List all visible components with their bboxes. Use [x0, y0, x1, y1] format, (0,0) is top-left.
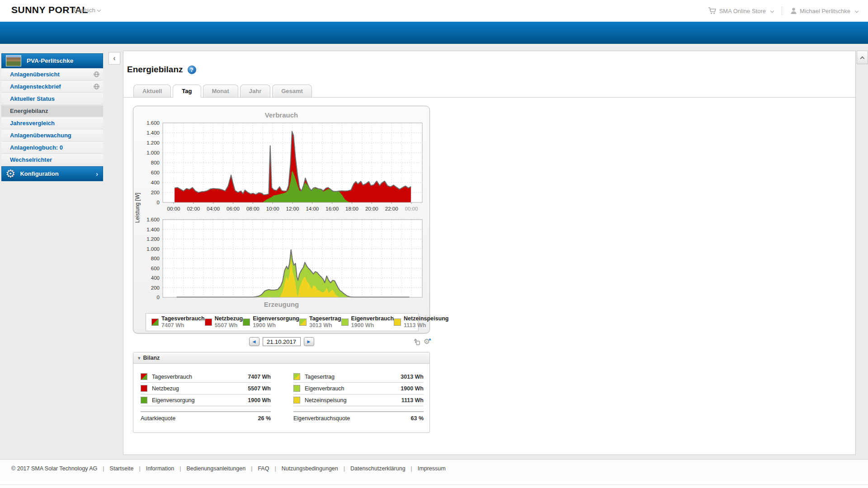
sidebar-item-label: Anlagenlogbuch: 0 — [10, 144, 63, 151]
sidebar: PVA-Perlitschke Anlagenübersicht Anlagen… — [1, 53, 103, 181]
bilanz-row: Tagesertrag3013 Wh — [293, 371, 424, 383]
tab-tag[interactable]: Tag — [173, 84, 201, 98]
sidebar-item-anlagensteckbrief[interactable]: Anlagensteckbrief — [1, 81, 103, 93]
sidebar-item-anlagenueberwachung[interactable]: Anlagenüberwachung — [1, 130, 103, 141]
collapse-triangle-icon: ▾ — [138, 355, 141, 361]
svg-text:00:00: 00:00 — [405, 206, 418, 211]
page-title-text: Energiebilanz — [127, 65, 183, 75]
tab-aktuell[interactable]: Aktuell — [133, 84, 171, 97]
bilanz-header[interactable]: ▾ Bilanz — [133, 352, 429, 364]
svg-text:04:00: 04:00 — [207, 206, 220, 211]
language-selector[interactable]: Deutsch — [74, 7, 100, 14]
globe-icon — [94, 84, 99, 89]
svg-text:02:00: 02:00 — [187, 206, 200, 211]
chart-title-erzeugung: Erzeugung — [133, 300, 429, 308]
legend-item: Tagesverbrauch7407 Wh — [151, 315, 205, 329]
bilanz-quote-row: Eigenverbrauchsquote63 % — [293, 411, 424, 423]
footer-link-nutzungsbedingungen[interactable]: Nutzungsbedingungen — [282, 465, 338, 472]
svg-text:1.200: 1.200 — [146, 140, 160, 145]
next-day-button[interactable]: ▶ — [304, 337, 314, 346]
online-store-link[interactable]: SMA Online Store — [708, 7, 774, 14]
sidebar-item-anlagenlogbuch[interactable]: Anlagenlogbuch: 0 — [1, 142, 103, 154]
bilanz-swatch — [141, 385, 147, 392]
bilanz-swatch — [293, 373, 300, 380]
sidebar-item-energiebilanz[interactable]: Energiebilanz — [1, 105, 103, 117]
user-name-label: Michael Perlitschke — [800, 8, 850, 14]
chevron-down-icon — [97, 8, 100, 12]
energy-chart-panel: Verbrauch 02004006008001.0001.2001.4001.… — [133, 106, 430, 333]
globe-icon — [94, 71, 99, 77]
sidebar-item-jahresvergleich[interactable]: Jahresvergleich — [1, 117, 103, 129]
bilanz-row: Netzbezug5507 Wh — [141, 383, 271, 394]
sidebar-item-wechselrichter[interactable]: Wechselrichter — [1, 154, 103, 166]
user-icon — [790, 7, 797, 14]
copyright-text: © 2017 SMA Solar Technology AG — [11, 465, 97, 472]
footer-link-information[interactable]: Information — [146, 465, 175, 472]
sunny-portal-page: SUNNY PORTAL Deutsch SMA Online Store Mi… — [0, 0, 868, 488]
footer-link-impressum[interactable]: Impressum — [418, 465, 446, 472]
legend-item: Tagesertrag3013 Wh — [299, 315, 341, 329]
scroll-top-button[interactable] — [857, 51, 868, 64]
erzeugung-chart: 02004006008001.0001.2001.4001.600 — [133, 216, 430, 303]
bilanz-row: Netzeinspeisung1113 Wh — [293, 394, 424, 406]
svg-text:400: 400 — [151, 275, 160, 281]
footer-link-datenschutzerklaerung[interactable]: Datenschutzerklärung — [350, 465, 406, 472]
footer: © 2017 SMA Solar Technology AG| Startsei… — [0, 459, 868, 485]
svg-text:1.000: 1.000 — [146, 246, 160, 252]
language-label: Deutsch — [74, 7, 95, 14]
top-bar: SUNNY PORTAL Deutsch SMA Online Store Mi… — [0, 0, 868, 22]
online-store-label: SMA Online Store — [719, 8, 766, 14]
sidebar-item-anlagenuebersicht[interactable]: Anlagenübersicht — [1, 69, 103, 80]
prev-day-button[interactable]: ◀ — [249, 337, 259, 346]
tab-monat[interactable]: Monat — [203, 84, 238, 97]
tab-gesamt[interactable]: Gesamt — [272, 84, 312, 97]
svg-text:200: 200 — [151, 190, 160, 195]
export-icon[interactable] — [412, 338, 420, 346]
svg-text:14:00: 14:00 — [306, 206, 319, 211]
tab-jahr[interactable]: Jahr — [240, 84, 270, 97]
legend-swatch — [205, 319, 212, 326]
verbrauch-chart: 02004006008001.0001.2001.4001.60000:0002… — [133, 120, 430, 225]
legend-item: Eigenverbrauch1900 Wh — [341, 315, 394, 329]
svg-text:1.400: 1.400 — [146, 227, 160, 232]
date-input[interactable] — [263, 337, 301, 346]
footer-link-bedienungsanleitungen[interactable]: Bedienungsanleitungen — [186, 465, 245, 472]
date-navigation: ◀ ▶ ⚙▲ — [133, 337, 430, 348]
separator — [782, 7, 782, 15]
svg-text:18:00: 18:00 — [345, 206, 359, 211]
bilanz-body: Tagesverbrauch7407 Wh Netzbezug5507 Wh E… — [133, 364, 429, 423]
footer-link-faq[interactable]: FAQ — [258, 465, 269, 472]
legend-item: Netzeinspeisung1113 Wh — [394, 315, 448, 329]
svg-text:1.000: 1.000 — [146, 150, 160, 155]
page-title: Energiebilanz ? — [127, 65, 196, 75]
sidebar-item-aktueller-status[interactable]: Aktueller Status — [1, 93, 103, 105]
sidebar-item-label: Anlagenübersicht — [10, 71, 60, 78]
sidebar-item-label: Aktueller Status — [10, 95, 55, 102]
legend-swatch — [341, 319, 349, 326]
svg-text:22:00: 22:00 — [385, 206, 398, 211]
bilanz-row: Tagesverbrauch7407 Wh — [141, 371, 271, 383]
svg-text:400: 400 — [151, 180, 160, 185]
sidebar-item-konfiguration[interactable]: ⚙ Konfiguration › — [1, 166, 103, 181]
bilanz-title: Bilanz — [143, 355, 160, 361]
blue-banner — [0, 22, 868, 44]
svg-text:12:00: 12:00 — [286, 206, 299, 211]
bilanz-swatch — [293, 397, 300, 404]
sidebar-collapse-button[interactable]: ‹ — [108, 52, 120, 65]
svg-text:200: 200 — [151, 285, 160, 291]
bilanz-swatch — [141, 397, 147, 404]
chart-settings-icon[interactable]: ⚙▲ — [424, 338, 430, 346]
footer-link-startseite[interactable]: Startseite — [110, 465, 134, 472]
svg-text:1.600: 1.600 — [146, 120, 160, 126]
chevron-up-icon — [860, 56, 865, 61]
help-icon[interactable]: ? — [188, 66, 196, 74]
dropdown-triangle-icon: ▲ — [428, 335, 432, 343]
sidebar-item-label: Energiebilanz — [10, 108, 48, 114]
bilanz-quote-row: Autarkiequote26 % — [141, 411, 271, 423]
user-menu[interactable]: Michael Perlitschke — [790, 7, 858, 14]
chevron-down-icon — [770, 9, 774, 13]
svg-text:1.400: 1.400 — [146, 130, 160, 136]
legend-swatch — [299, 319, 307, 326]
gear-icon: ⚙ — [5, 168, 15, 179]
plant-header[interactable]: PVA-Perlitschke — [1, 53, 103, 68]
